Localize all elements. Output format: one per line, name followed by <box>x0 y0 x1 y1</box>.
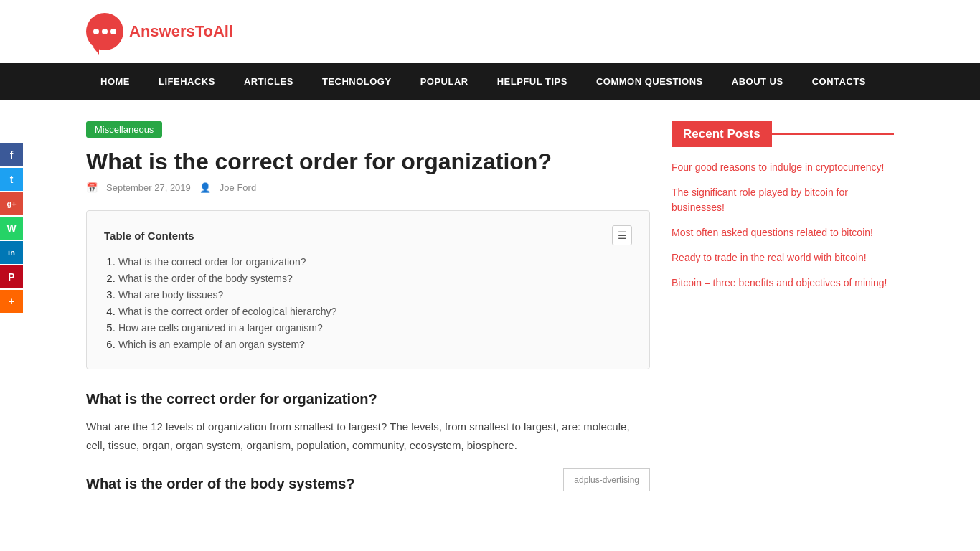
toc-link-2[interactable]: What is the order of the body systems? <box>118 273 293 284</box>
recent-post-link-1[interactable]: Four good reasons to indulge in cryptocu… <box>672 161 885 173</box>
toc-link-6[interactable]: Which is an example of an organ system? <box>118 339 305 350</box>
nav-list: HOMELIFEHACKSARTICLESTECHNOLOGYPOPULARHE… <box>0 63 980 100</box>
recent-post-link-3[interactable]: Most often asked questions related to bi… <box>672 227 873 238</box>
nav-link-articles[interactable]: ARTICLES <box>230 63 308 100</box>
section1-body: What are the 12 levels of organization f… <box>86 418 650 454</box>
toc-link-1[interactable]: What is the correct order for organizati… <box>118 256 306 268</box>
nav-link-about-us[interactable]: ABOUT US <box>717 63 798 100</box>
article-author: Joe Ford <box>220 182 256 193</box>
logo-dot-3 <box>110 29 116 34</box>
nav-item-articles: ARTICLES <box>230 63 308 100</box>
toc-item: What are body tissues? <box>118 288 632 301</box>
logo-icon <box>86 13 123 50</box>
main-nav: HOMELIFEHACKSARTICLESTECHNOLOGYPOPULARHE… <box>0 63 980 100</box>
author-icon: 👤 <box>199 182 211 193</box>
toc-item: What is the correct order of ecological … <box>118 305 632 317</box>
nav-item-home: HOME <box>86 63 144 100</box>
recent-posts-title: Recent Posts <box>672 121 772 147</box>
toc-link-5[interactable]: How are cells organized in a larger orga… <box>118 322 323 334</box>
recent-post-link-4[interactable]: Ready to trade in the real world with bi… <box>672 252 867 263</box>
logo-dots <box>93 29 116 34</box>
article-title: What is the correct order for organizati… <box>86 148 650 175</box>
table-of-contents: Table of Contents ☰ What is the correct … <box>86 210 650 369</box>
recent-posts-line <box>772 133 894 135</box>
recent-post-link-2[interactable]: The significant role played by bitcoin f… <box>672 187 848 213</box>
share-button[interactable]: + <box>0 290 23 313</box>
toc-list: What is the correct order for organizati… <box>104 255 632 350</box>
recent-post-item: Bitcoin – three benefits and objectives … <box>672 276 894 291</box>
whatsapp-button[interactable]: W <box>0 217 23 240</box>
logo-dot-1 <box>93 29 99 34</box>
toc-item: What is the order of the body systems? <box>118 272 632 284</box>
recent-posts-header: Recent Posts <box>672 121 894 147</box>
toc-header: Table of Contents ☰ <box>104 225 632 245</box>
social-sidebar: f t g+ W in P + <box>0 143 23 313</box>
sidebar: Recent Posts Four good reasons to indulg… <box>672 121 894 499</box>
googleplus-button[interactable]: g+ <box>0 192 23 215</box>
nav-item-technology: TECHNOLOGY <box>308 63 406 100</box>
article-date: September 27, 2019 <box>106 182 191 193</box>
category-badge[interactable]: Miscellaneous <box>86 121 162 138</box>
toc-item: Which is an example of an organ system? <box>118 338 632 350</box>
pinterest-button[interactable]: P <box>0 265 23 288</box>
article-meta: 📅 September 27, 2019 👤 Joe Ford <box>86 182 650 193</box>
toc-item: What is the correct order for organizati… <box>118 255 632 268</box>
nav-item-contacts: CONTACTS <box>798 63 880 100</box>
section1-heading: What is the correct order for organizati… <box>86 391 650 408</box>
toc-title: Table of Contents <box>104 230 194 242</box>
toc-toggle-button[interactable]: ☰ <box>612 225 632 245</box>
nav-link-helpful-tips[interactable]: HELPFUL TIPS <box>483 63 582 100</box>
section2-wrapper: adplus-dvertising What is the order of t… <box>86 468 650 499</box>
main-content: Miscellaneous What is the correct order … <box>86 121 650 499</box>
linkedin-button[interactable]: in <box>0 241 23 264</box>
nav-link-common-questions[interactable]: COMMON QUESTIONS <box>582 63 717 100</box>
page-wrapper: Miscellaneous What is the correct order … <box>0 100 980 521</box>
recent-posts-box: Recent Posts Four good reasons to indulg… <box>672 121 894 291</box>
logo-text: AnswersToAll <box>129 22 233 41</box>
ad-placeholder: adplus-dvertising <box>563 468 650 491</box>
facebook-button[interactable]: f <box>0 143 23 166</box>
ad-label: adplus-dvertising <box>574 475 639 485</box>
toc-item: How are cells organized in a larger orga… <box>118 321 632 334</box>
nav-item-lifehacks: LIFEHACKS <box>144 63 230 100</box>
nav-link-popular[interactable]: POPULAR <box>406 63 483 100</box>
logo[interactable]: AnswersToAll <box>86 13 233 50</box>
toc-link-4[interactable]: What is the correct order of ecological … <box>118 306 336 317</box>
nav-item-helpful-tips: HELPFUL TIPS <box>483 63 582 100</box>
calendar-icon: 📅 <box>86 182 98 193</box>
nav-link-home[interactable]: HOME <box>86 63 144 100</box>
logo-dot-2 <box>102 29 108 34</box>
recent-post-item: The significant role played by bitcoin f… <box>672 185 894 215</box>
nav-item-popular: POPULAR <box>406 63 483 100</box>
twitter-button[interactable]: t <box>0 168 23 191</box>
site-header: AnswersToAll <box>0 0 980 63</box>
nav-link-technology[interactable]: TECHNOLOGY <box>308 63 406 100</box>
recent-posts-list: Four good reasons to indulge in cryptocu… <box>672 160 894 291</box>
recent-post-item: Ready to trade in the real world with bi… <box>672 250 894 265</box>
nav-item-about-us: ABOUT US <box>717 63 798 100</box>
nav-item-common-questions: COMMON QUESTIONS <box>582 63 717 100</box>
recent-post-item: Most often asked questions related to bi… <box>672 225 894 240</box>
nav-link-lifehacks[interactable]: LIFEHACKS <box>144 63 230 100</box>
nav-link-contacts[interactable]: CONTACTS <box>798 63 880 100</box>
recent-post-link-5[interactable]: Bitcoin – three benefits and objectives … <box>672 277 887 288</box>
recent-post-item: Four good reasons to indulge in cryptocu… <box>672 160 894 175</box>
toc-link-3[interactable]: What are body tissues? <box>118 289 223 301</box>
